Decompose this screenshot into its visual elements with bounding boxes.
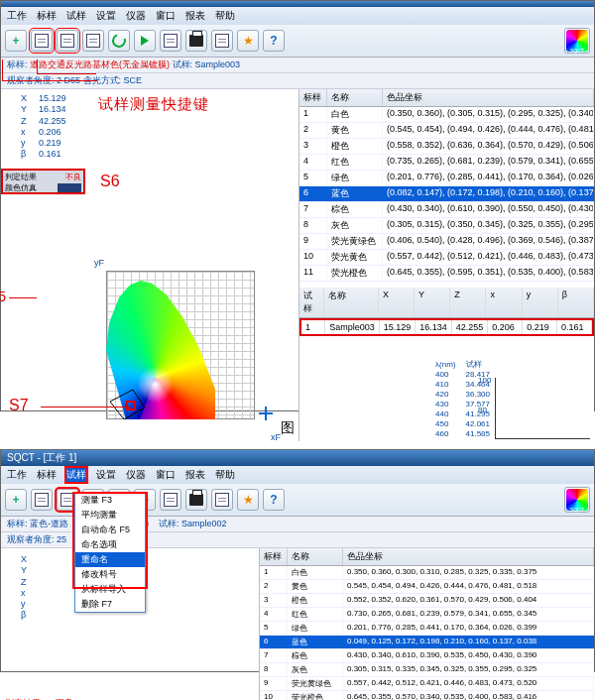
sample-measure-button[interactable] [57, 30, 78, 52]
figure-14: SQCT - [工作 1] 工作标样试样设置仪器窗口报表帮助 + ★ ? 测量 … [0, 449, 595, 672]
left-pane: X15.129Y16.134Z42.255x0.206y0.219β0.161 … [1, 89, 298, 441]
new-doc-button[interactable]: + [5, 30, 27, 52]
dropdown-item[interactable]: 命名选项 [75, 537, 145, 552]
std-table-header: 标样 名称 色品坐标 [299, 89, 594, 107]
color-sim-label: 颜色仿真 [5, 182, 37, 193]
new-doc-button[interactable]: + [5, 489, 27, 511]
table-row[interactable]: 1白色(0.350, 0.360), (0.305, 0.315), (0.29… [299, 107, 594, 123]
menu-item[interactable]: 设置 [96, 468, 116, 482]
col-coord: 色品坐标 [383, 89, 594, 106]
table-row[interactable]: 10荧光黄色(0.557, 0.442), (0.512, 0.421), (0… [299, 250, 594, 266]
favorite-button[interactable]: ★ [237, 489, 259, 511]
sample-prefix: 试样: [159, 519, 179, 528]
menu-item[interactable]: 工作 [7, 468, 27, 482]
dropdown-item[interactable]: 修改料号 [75, 567, 145, 582]
table-row[interactable]: 7棕色0.430, 0.340, 0.610, 0.390, 0.535, 0.… [260, 649, 594, 663]
report-button[interactable] [160, 489, 181, 511]
favorite-button[interactable]: ★ [237, 30, 259, 52]
menubar[interactable]: 工作标样试样设置仪器窗口报表帮助 [1, 466, 594, 484]
menu-item[interactable]: 报表 [185, 468, 205, 482]
preview-button[interactable] [211, 30, 233, 52]
dropdown-item[interactable]: 测量 F3 [75, 493, 145, 508]
menu-item[interactable]: 窗口 [156, 9, 176, 23]
right-pane: 标样 名称 色品坐标 1白色0.350, 0.360, 0.300, 0.310… [259, 548, 594, 700]
help-button[interactable]: ? [263, 30, 285, 52]
sqct-logo [564, 487, 590, 513]
dropdown-item[interactable]: 平均测量 [75, 508, 145, 523]
dropdown-item[interactable]: 从标样导入 [75, 582, 145, 597]
table-row[interactable]: 10荧光橙色0.645, 0.355, 0.570, 0.340, 0.535,… [260, 691, 594, 700]
menu-item[interactable]: 工作 [7, 9, 27, 23]
table-row[interactable]: 4红色(0.735, 0.265), (0.681, 0.239), (0.57… [299, 155, 594, 171]
toolbar: + ★ ? [1, 25, 594, 58]
std-measure-button[interactable] [31, 489, 53, 511]
table-row[interactable]: 1Sample00315.12916.13442.2550.2060.2190.… [301, 320, 592, 334]
color-swatch [58, 183, 81, 192]
std-table-header: 标样 名称 色品坐标 [260, 548, 594, 566]
col-name: 名称 [288, 548, 343, 565]
sqct-logo [564, 28, 590, 54]
table-row[interactable]: 2黄色(0.545, 0.454), (0.494, 0.426), (0.44… [299, 123, 594, 139]
table-row[interactable]: 9荧光黄绿色0.557, 0.442, 0.512, 0.421, 0.446,… [260, 677, 594, 691]
menu-item[interactable]: 设置 [96, 9, 116, 23]
table-row[interactable]: 7棕色(0.430, 0.340), (0.610, 0.390), (0.55… [299, 202, 594, 218]
std-table-body[interactable]: 1白色0.350, 0.360, 0.300, 0.310, 0.285, 0.… [260, 566, 594, 700]
menubar[interactable]: 工作标样试样设置仪器窗口报表帮助 [1, 7, 594, 25]
menu-item[interactable]: 试样 [66, 9, 86, 23]
dropdown-item[interactable]: 删除 F7 [75, 597, 145, 612]
menu-item[interactable]: 帮助 [215, 9, 235, 23]
menu-item[interactable]: 帮助 [215, 468, 235, 482]
report-button[interactable] [160, 30, 181, 52]
table-row[interactable]: 5绿色0.201, 0.776, 0.285, 0.441, 0.170, 0.… [260, 622, 594, 636]
run-button[interactable] [134, 30, 156, 52]
col-index: 标样 [299, 89, 327, 106]
std-measure-button[interactable] [31, 30, 53, 52]
table-row[interactable]: 3橙色(0.558, 0.352), (0.636, 0.364), (0.57… [299, 139, 594, 155]
menu-item[interactable]: 报表 [185, 9, 205, 23]
table-row[interactable]: 9荧光黄绿色(0.406, 0.540), (0.428, 0.496), (0… [299, 234, 594, 250]
preview-button[interactable] [211, 489, 233, 511]
sample-name: Sample003 [195, 59, 241, 69]
table-row[interactable]: 6蓝色(0.082, 0.147), (0.172, 0.198), (0.21… [299, 186, 594, 202]
s7-callout: S7 [9, 397, 29, 414]
add-row-button[interactable] [82, 30, 104, 52]
right-pane: 标样 名称 色品坐标 1白色(0.350, 0.360), (0.305, 0.… [298, 89, 594, 441]
table-row[interactable]: 4红色0.730, 0.265, 0.681, 0.239, 0.579, 0.… [260, 608, 594, 622]
sample-table-body[interactable]: 1Sample00315.12916.13442.2550.2060.2190.… [301, 320, 592, 334]
std-prefix: 标样: [7, 519, 28, 528]
menu-item[interactable]: 窗口 [156, 468, 176, 482]
menu-item[interactable]: 仪器 [126, 9, 146, 23]
xyz-readout: XYZxyβ [21, 554, 39, 622]
sample-prefix: 试样: [173, 59, 193, 69]
menu-item[interactable]: 标样 [37, 468, 57, 482]
xyz-readout: X15.129Y16.134Z42.255x0.206y0.219β0.161 [21, 93, 66, 161]
wavelength-table: λ(nm)400410420430440450460 试样28.41734.46… [435, 360, 490, 439]
table-row[interactable]: 1白色0.350, 0.360, 0.300, 0.310, 0.285, 0.… [260, 566, 594, 580]
dropdown-item[interactable]: 自动命名 F5 [75, 523, 145, 537]
menu-item[interactable]: 标样 [37, 9, 57, 23]
refresh-button[interactable] [108, 30, 130, 52]
y-axis-label: yF [94, 258, 104, 268]
menu-item[interactable]: 仪器 [126, 468, 146, 482]
menu-item[interactable]: 试样 [66, 468, 86, 482]
std-table-body[interactable]: 1白色(0.350, 0.360), (0.305, 0.315), (0.29… [299, 107, 594, 282]
s5-arrow [9, 297, 37, 298]
table-row[interactable]: 8灰色(0.305, 0.315), (0.350, 0.345), (0.32… [299, 218, 594, 234]
dropdown-item[interactable]: 重命名 [75, 552, 145, 567]
table-row[interactable]: 11荧光橙色(0.645, 0.355), (0.595, 0.351), (0… [299, 266, 594, 282]
help-button[interactable]: ? [263, 489, 285, 511]
print-button[interactable] [185, 489, 207, 511]
sample-dropdown-menu[interactable]: 测量 F3平均测量自动命名 F5命名选项重命名修改料号从标样导入删除 F7 [74, 492, 146, 613]
table-row[interactable]: 6蓝色0.049, 0.125, 0.172, 0.198, 0.210, 0.… [260, 636, 594, 649]
figure-13: 工作标样试样设置仪器窗口报表帮助 + ★ ? 标样: 道路交通反光路基材色(无金… [0, 0, 595, 411]
table-row[interactable]: 5绿色(0.201, 0.776), (0.285, 0.441), (0.17… [299, 171, 594, 186]
sample-name: Sample002 [181, 519, 227, 528]
s7-arrow [41, 407, 125, 408]
table-row[interactable]: 3橙色0.552, 0.352, 0.620, 0.361, 0.570, 0.… [260, 594, 594, 608]
col-index: 标样 [260, 548, 288, 565]
shortcut-annotation: 试样测量快捷键 [98, 95, 209, 114]
col-name: 名称 [327, 89, 383, 106]
print-button[interactable] [185, 30, 207, 52]
table-row[interactable]: 2黄色0.545, 0.454, 0.494, 0.426, 0.444, 0.… [260, 580, 594, 594]
table-row[interactable]: 8灰色0.305, 0.315, 0.335, 0.345, 0.325, 0.… [260, 663, 594, 677]
